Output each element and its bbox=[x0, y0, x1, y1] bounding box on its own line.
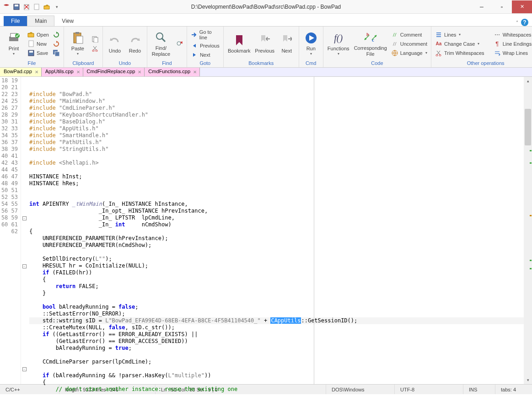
ribbon-group-other: Lines▾ AaChange Case▾ Trim Whitespaces W… bbox=[431, 27, 532, 67]
ribbon-group-file: Print ▾ Open New Save File bbox=[0, 27, 64, 67]
pilcrow-icon: ¶ bbox=[494, 40, 501, 48]
copy-button[interactable] bbox=[91, 35, 100, 43]
uncomment-icon: // bbox=[391, 40, 398, 48]
help-icon[interactable]: ? bbox=[521, 19, 528, 26]
svg-rect-9 bbox=[29, 51, 33, 53]
svg-rect-11 bbox=[55, 52, 59, 56]
whitespace-icon bbox=[494, 31, 501, 38]
tab-close-icon[interactable]: ✕ bbox=[75, 69, 81, 75]
svg-point-19 bbox=[156, 33, 163, 39]
status-encoding[interactable]: UTF-8 bbox=[395, 385, 463, 394]
new-button[interactable]: New bbox=[27, 40, 50, 48]
switch-icon: hc bbox=[363, 31, 378, 44]
scroll-down-icon[interactable]: ▾ bbox=[524, 376, 532, 384]
open-button[interactable]: Open bbox=[27, 31, 50, 39]
wrap-lines-button[interactable]: Wrap Lines bbox=[493, 49, 532, 57]
document-tabs: BowPad.cpp✕AppUtils.cpp✕CmdFindReplace.c… bbox=[0, 68, 532, 77]
paste-button[interactable]: Paste ▾ bbox=[67, 30, 89, 57]
close-button[interactable]: ✕ bbox=[512, 0, 532, 13]
clear-icon bbox=[176, 40, 183, 48]
main-tab[interactable]: Main bbox=[27, 16, 54, 26]
tab-close-icon[interactable]: ✕ bbox=[34, 69, 39, 75]
minimize-button[interactable]: ─ bbox=[472, 0, 492, 13]
bookmark-prev-icon bbox=[260, 33, 270, 47]
find-clear-button[interactable] bbox=[175, 40, 184, 48]
delete-icon[interactable] bbox=[22, 2, 31, 11]
collapse-ribbon-icon[interactable]: ˄ bbox=[516, 20, 518, 25]
scroll-thumb[interactable] bbox=[525, 109, 531, 145]
trim-button[interactable]: Trim Whitespaces bbox=[434, 49, 485, 57]
reload-icon bbox=[53, 31, 60, 38]
goto-line-button[interactable]: Go to line bbox=[190, 29, 220, 41]
prev-icon bbox=[191, 42, 198, 49]
bookmark-icon bbox=[235, 33, 244, 47]
tab-close-icon[interactable]: ✕ bbox=[137, 69, 142, 75]
uncomment-button[interactable]: //Uncomment bbox=[390, 40, 428, 48]
functions-icon: f() bbox=[334, 31, 343, 45]
svg-rect-13 bbox=[75, 32, 79, 34]
save-button[interactable]: Save bbox=[27, 49, 50, 57]
functions-button[interactable]: f() Functions ▾ bbox=[326, 30, 351, 57]
bookmark-next-icon bbox=[282, 33, 292, 47]
file-tab[interactable]: File bbox=[4, 16, 27, 26]
comment-icon: // bbox=[391, 31, 398, 38]
editor-area: 18 19 20 21 22 23 24 25 26 27 28 29 30 3… bbox=[0, 77, 532, 384]
ribbon-group-goto: Go to line Previous Next Goto bbox=[187, 27, 224, 67]
saveas-button[interactable] bbox=[52, 49, 61, 57]
run-button[interactable]: Run ▾ bbox=[302, 30, 320, 57]
status-insert[interactable]: INS bbox=[463, 385, 495, 394]
status-eol[interactable]: DOS\Windows bbox=[326, 385, 395, 394]
saveas-icon bbox=[53, 49, 60, 57]
bowpad-icon[interactable] bbox=[2, 2, 11, 11]
cut-button[interactable] bbox=[91, 44, 100, 53]
new-doc-icon bbox=[27, 40, 35, 48]
bookmark-button[interactable]: Bookmark bbox=[226, 32, 252, 54]
svg-point-20 bbox=[177, 42, 181, 45]
scroll-up-icon[interactable]: ▴ bbox=[524, 77, 532, 85]
qat-dropdown-icon[interactable]: ▾ bbox=[52, 2, 61, 11]
search-icon bbox=[155, 31, 167, 44]
open-icon[interactable] bbox=[42, 2, 51, 11]
print-icon bbox=[7, 31, 20, 45]
bookmark-prev-button[interactable]: Previous bbox=[254, 32, 276, 54]
ribbon-group-clipboard: Paste ▾ Clipboard bbox=[64, 27, 103, 67]
redo-icon bbox=[129, 33, 141, 47]
run-icon bbox=[305, 31, 317, 45]
paste-icon bbox=[72, 31, 84, 45]
vertical-scrollbar[interactable]: ▴ ▾ bbox=[524, 77, 532, 384]
reload-button[interactable] bbox=[52, 31, 61, 39]
maximize-button[interactable]: ▫ bbox=[492, 0, 512, 13]
goto-next-button[interactable]: Next bbox=[190, 51, 220, 59]
print-button[interactable]: Print ▾ bbox=[3, 30, 25, 57]
status-tabs[interactable]: tabs: 4 bbox=[495, 385, 532, 394]
change-case-button[interactable]: AaChange Case▾ bbox=[434, 40, 485, 48]
corresponding-file-button[interactable]: hc Corresponding File bbox=[353, 30, 388, 57]
undo-button[interactable]: Undo bbox=[106, 32, 124, 54]
find-replace-button[interactable]: Find/ Replace bbox=[150, 30, 172, 57]
code-editor[interactable]: #include "BowPad.h" #include "MainWindow… bbox=[27, 77, 524, 384]
svg-point-27 bbox=[495, 34, 496, 35]
line-endings-button[interactable]: ¶Line Endings▾ bbox=[493, 40, 532, 48]
tab-close-icon[interactable]: ✕ bbox=[192, 69, 198, 75]
document-tab[interactable]: AppUtils.cpp✕ bbox=[42, 68, 83, 76]
window-controls: ─ ▫ ✕ bbox=[472, 0, 532, 13]
new-icon[interactable] bbox=[32, 2, 41, 11]
svg-rect-7 bbox=[29, 41, 33, 47]
document-tab[interactable]: BowPad.cpp✕ bbox=[0, 68, 42, 76]
ribbon-group-undo: Undo Redo Undo bbox=[103, 27, 147, 67]
redo-button[interactable]: Redo bbox=[126, 32, 144, 54]
lines-button[interactable]: Lines▾ bbox=[434, 31, 485, 39]
document-tab[interactable]: CmdFunctions.cpp✕ bbox=[145, 68, 200, 76]
whitespaces-button[interactable]: Whitespaces▾ bbox=[493, 31, 532, 39]
view-tab[interactable]: View bbox=[54, 16, 81, 26]
svg-rect-1 bbox=[15, 5, 18, 6]
svg-point-29 bbox=[499, 34, 500, 35]
language-button[interactable]: Language▾ bbox=[390, 49, 428, 57]
document-tab[interactable]: CmdFindReplace.cpp✕ bbox=[83, 68, 145, 76]
save-icon[interactable] bbox=[12, 2, 21, 11]
line-numbers: 18 19 20 21 22 23 24 25 26 27 28 29 30 3… bbox=[0, 77, 21, 384]
reload2-button[interactable] bbox=[52, 40, 61, 48]
goto-prev-button[interactable]: Previous bbox=[190, 42, 220, 50]
bookmark-next-button[interactable]: Next bbox=[278, 32, 296, 54]
comment-button[interactable]: //Comment bbox=[390, 31, 428, 39]
